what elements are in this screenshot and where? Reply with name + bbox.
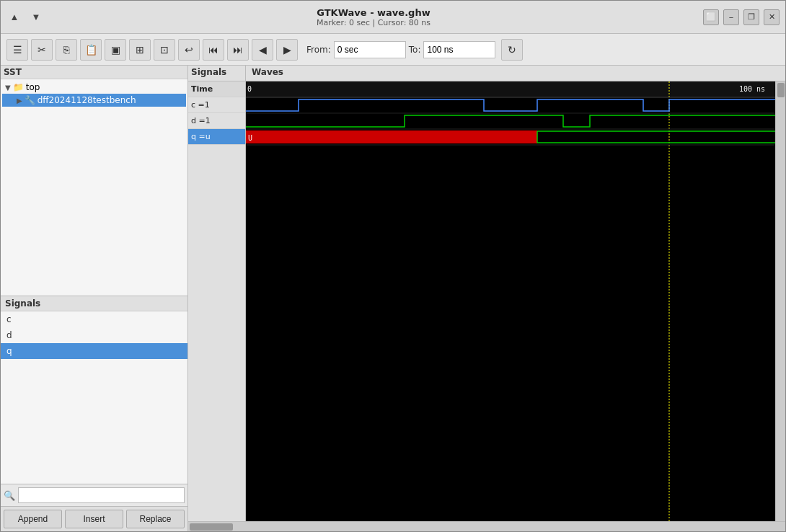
wave-header-row: Signals Waves: [188, 66, 785, 81]
wave-header-waves-label: Waves: [246, 66, 289, 81]
next-button[interactable]: ▶: [276, 39, 298, 61]
signal-item-d[interactable]: d: [1, 327, 187, 343]
close-button[interactable]: ✕: [764, 9, 780, 25]
append-button[interactable]: Append: [4, 510, 62, 528]
menu-button[interactable]: ☰: [6, 39, 28, 61]
time-row-label: Time: [191, 84, 213, 94]
wave-signal-label-c: c =1: [191, 100, 210, 110]
select-button[interactable]: ▣: [105, 39, 126, 61]
zoom-fit-button[interactable]: ⊞: [129, 39, 151, 61]
from-to-area: From: To:: [306, 41, 495, 58]
to-label: To:: [409, 45, 421, 55]
main-window: ▲ ▼ GTKWave - wave.ghw Marker: 0 sec | C…: [0, 0, 786, 532]
replace-button[interactable]: Replace: [126, 510, 185, 528]
waveform-canvas[interactable]: [246, 81, 775, 521]
signals-section: Signals c d q 🔍 Appen: [1, 296, 187, 531]
left-panel: SST ▼ 📁 top ▶ 🔧 dff20241128testbench: [1, 66, 188, 531]
search-input[interactable]: [18, 487, 185, 503]
sst-label: SST: [4, 67, 22, 77]
signals-list: c d q: [1, 311, 187, 484]
title-bar: ▲ ▼ GTKWave - wave.ghw Marker: 0 sec | C…: [1, 1, 785, 34]
wave-signal-label-d: d =1: [191, 116, 211, 125]
window-subtitle: Marker: 0 sec | Cursor: 80 ns: [317, 18, 430, 27]
wave-outer: Time c =1 d =1 q =u: [188, 81, 785, 521]
wave-header-signals-label: Signals: [188, 66, 246, 81]
paste-button[interactable]: 📋: [80, 39, 102, 61]
signal-label-q: q: [6, 346, 12, 356]
sst-tree[interactable]: ▼ 📁 top ▶ 🔧 dff20241128testbench: [1, 79, 187, 296]
bottom-buttons: Append Insert Replace: [1, 506, 187, 531]
wave-signal-row-c[interactable]: c =1: [188, 97, 245, 113]
title-bar-controls: ⬜ − ❐ ✕: [703, 9, 780, 25]
signal-label-c: c: [6, 314, 12, 324]
last-button[interactable]: ⏭: [227, 39, 249, 61]
maximize-button[interactable]: ⬜: [703, 9, 719, 25]
window-title: GTKWave - wave.ghw: [317, 7, 430, 18]
wave-content: Time c =1 d =1 q =u: [188, 81, 785, 521]
insert-button[interactable]: Insert: [65, 510, 123, 528]
cut-button[interactable]: ✂: [31, 39, 53, 61]
tree-item-top[interactable]: ▼ 📁 top: [2, 81, 186, 94]
restore-button[interactable]: ❐: [743, 9, 759, 25]
wave-signal-label-q: q =u: [191, 132, 211, 141]
horizontal-scrollbar[interactable]: [188, 521, 785, 531]
minimize-button[interactable]: −: [723, 9, 739, 25]
wave-signal-row-d[interactable]: d =1: [188, 113, 245, 129]
signal-item-q[interactable]: q: [1, 343, 187, 359]
wave-canvas-area[interactable]: [246, 81, 775, 521]
title-bar-left: ▲ ▼: [6, 9, 44, 25]
hscroll-thumb[interactable]: [190, 523, 233, 531]
wave-time-header: Time: [188, 81, 245, 97]
right-panel: Signals Waves Time c =1 d =1: [188, 66, 785, 531]
vscroll-thumb[interactable]: [777, 83, 785, 97]
wave-signals-col: Time c =1 d =1 q =u: [188, 81, 246, 521]
first-button[interactable]: ⏮: [203, 39, 224, 61]
from-label: From:: [306, 45, 331, 55]
main-area: SST ▼ 📁 top ▶ 🔧 dff20241128testbench: [1, 66, 785, 531]
search-area: 🔍: [1, 484, 187, 506]
signal-item-c[interactable]: c: [1, 311, 187, 327]
to-input[interactable]: [423, 41, 495, 58]
sst-section: SST ▼ 📁 top ▶ 🔧 dff20241128testbench: [1, 66, 187, 296]
prev-button[interactable]: ◀: [252, 39, 273, 61]
vertical-scrollbar[interactable]: [775, 81, 785, 521]
search-icon: 🔍: [4, 490, 15, 501]
sst-header: SST: [1, 66, 187, 79]
copy-button[interactable]: ⎘: [56, 39, 77, 61]
collapse-arrow-top: ▼: [5, 84, 11, 92]
title-bar-center: GTKWave - wave.ghw Marker: 0 sec | Curso…: [44, 7, 703, 27]
folder-icon-top: 📁: [13, 82, 24, 92]
zoom-area-button[interactable]: ⊡: [154, 39, 175, 61]
tree-item-testbench[interactable]: ▶ 🔧 dff20241128testbench: [2, 94, 186, 107]
signals-section-header: Signals: [1, 296, 187, 311]
toolbar: ☰ ✂ ⎘ 📋 ▣ ⊞ ⊡ ↩ ⏮ ⏭ ◀ ▶ From: To: ↻: [1, 34, 785, 66]
tree-label-testbench: dff20241128testbench: [37, 95, 136, 105]
from-input[interactable]: [334, 41, 406, 58]
refresh-button[interactable]: ↻: [501, 39, 523, 61]
module-icon-testbench: 🔧: [25, 95, 35, 105]
expand-arrow-testbench: ▶: [17, 97, 22, 105]
tree-label-top: top: [26, 82, 40, 92]
signal-label-d: d: [6, 330, 12, 340]
scroll-up-button[interactable]: ▲: [6, 9, 22, 25]
undo-button[interactable]: ↩: [178, 39, 200, 61]
wave-signal-row-q[interactable]: q =u: [188, 129, 245, 145]
scroll-down-button[interactable]: ▼: [28, 9, 44, 25]
